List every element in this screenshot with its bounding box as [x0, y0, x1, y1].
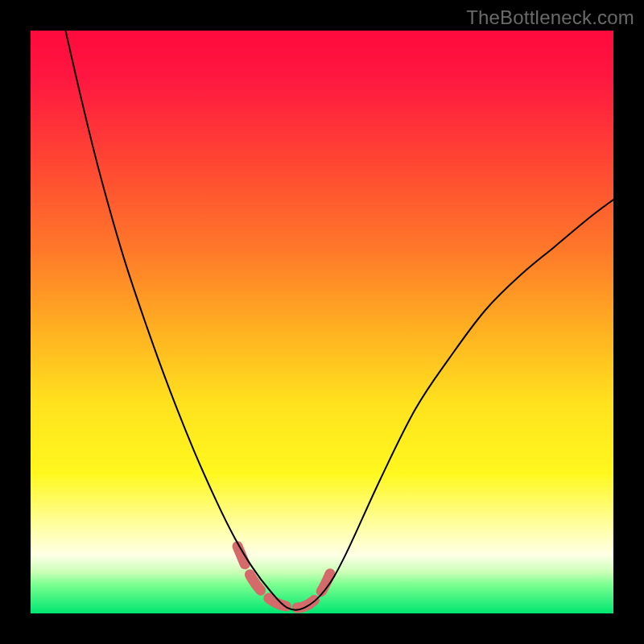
- plot-area: [31, 31, 613, 613]
- curve-layer: [31, 31, 613, 613]
- valley-highlight-arc: [237, 547, 334, 608]
- watermark-text: TheBottleneck.com: [466, 6, 634, 29]
- chart-stage: TheBottleneck.com: [0, 0, 644, 644]
- bottleneck-curve: [65, 31, 613, 610]
